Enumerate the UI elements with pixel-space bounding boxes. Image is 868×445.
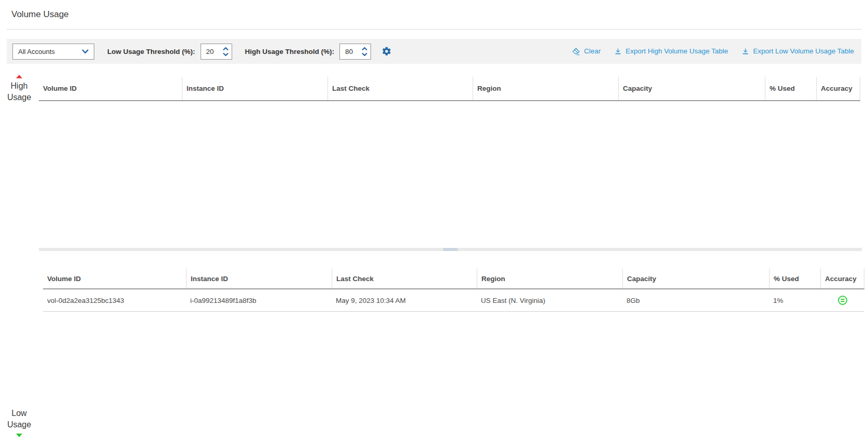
toolbar: All Accounts Low Usage Threshold (%): Hi… <box>7 39 861 64</box>
low-threshold-spinner <box>223 47 229 57</box>
column-header-capacity: Capacity <box>622 269 769 288</box>
eraser-icon <box>572 47 580 56</box>
high-threshold-field <box>339 44 371 60</box>
high-threshold-spinner <box>362 47 367 57</box>
high-usage-table-header: Volume ID Instance ID Last Check Region … <box>39 77 860 101</box>
title-divider <box>7 29 861 30</box>
high-threshold-increment-button[interactable] <box>362 47 367 51</box>
volume-usage-page: Volume Usage All Accounts Low Usage Thre… <box>0 0 868 445</box>
low-usage-label: Low Usage <box>0 408 38 437</box>
chevron-down-icon <box>82 49 89 54</box>
table-row: vol-0d2a2ea3125bc1343 i-0a99213489f1a8f3… <box>43 289 864 312</box>
clear-label: Clear <box>584 48 601 55</box>
high-threshold-label: High Usage Threshold (%): <box>245 48 335 55</box>
low-threshold-input[interactable] <box>201 48 222 55</box>
column-header-last-check: Last Check <box>332 269 477 288</box>
cell-region: US East (N. Virginia) <box>477 289 622 311</box>
account-filter-select[interactable]: All Accounts <box>12 44 94 60</box>
low-threshold-label: Low Usage Threshold (%): <box>107 48 195 55</box>
download-icon <box>614 48 622 55</box>
column-header-capacity: Capacity <box>618 77 765 100</box>
high-usage-label-line2: Usage <box>0 92 38 103</box>
column-header-region: Region <box>473 77 618 100</box>
download-icon <box>742 48 749 55</box>
cell-instance-id: i-0a99213489f1a8f3b <box>186 289 332 311</box>
column-header-used: % Used <box>765 77 816 100</box>
export-high-volume-button[interactable]: Export High Volume Usage Table <box>614 48 728 55</box>
cell-volume-id: vol-0d2a2ea3125bc1343 <box>43 289 186 311</box>
column-header-used: % Used <box>769 269 820 288</box>
equals-circle-icon <box>838 296 847 305</box>
triangle-up-icon <box>16 75 22 78</box>
column-header-volume-id: Volume ID <box>43 269 186 288</box>
low-usage-label-line2: Usage <box>0 419 38 430</box>
column-header-last-check: Last Check <box>328 77 473 100</box>
high-threshold-input[interactable] <box>340 48 361 55</box>
column-header-instance-id: Instance ID <box>186 269 332 288</box>
low-threshold-field <box>201 44 232 60</box>
column-header-instance-id: Instance ID <box>182 77 328 100</box>
low-threshold-decrement-button[interactable] <box>223 52 229 57</box>
cell-capacity: 8Gb <box>622 289 769 311</box>
page-title: Volume Usage <box>11 9 69 20</box>
export-low-volume-button[interactable]: Export Low Volume Usage Table <box>742 48 854 55</box>
cell-accuracy <box>820 289 864 311</box>
low-usage-label-line1: Low <box>0 408 38 419</box>
column-header-accuracy: Accuracy <box>816 77 860 100</box>
high-usage-label-line1: High <box>0 80 38 92</box>
pane-splitter[interactable] <box>39 248 862 251</box>
triangle-down-icon <box>16 434 22 437</box>
export-low-label: Export Low Volume Usage Table <box>753 48 854 55</box>
column-header-region: Region <box>477 269 622 288</box>
toolbar-actions: Clear Export High Volume Usage Table Exp… <box>572 47 854 56</box>
high-usage-label: High Usage <box>0 75 38 103</box>
clear-button[interactable]: Clear <box>572 47 601 56</box>
high-threshold-decrement-button[interactable] <box>362 52 367 57</box>
low-threshold-increment-button[interactable] <box>223 47 229 51</box>
export-high-label: Export High Volume Usage Table <box>625 48 728 55</box>
column-header-volume-id: Volume ID <box>39 77 182 100</box>
column-header-accuracy: Accuracy <box>820 269 864 288</box>
settings-gear-icon[interactable] <box>381 46 392 57</box>
splitter-handle[interactable] <box>443 248 458 251</box>
account-filter-value: All Accounts <box>18 48 55 55</box>
cell-last-check: May 9, 2023 10:34 AM <box>332 289 477 311</box>
cell-used: 1% <box>769 289 820 311</box>
high-usage-table: Volume ID Instance ID Last Check Region … <box>39 77 860 101</box>
low-usage-table-header: Volume ID Instance ID Last Check Region … <box>43 269 864 289</box>
low-usage-table: Volume ID Instance ID Last Check Region … <box>43 269 864 312</box>
